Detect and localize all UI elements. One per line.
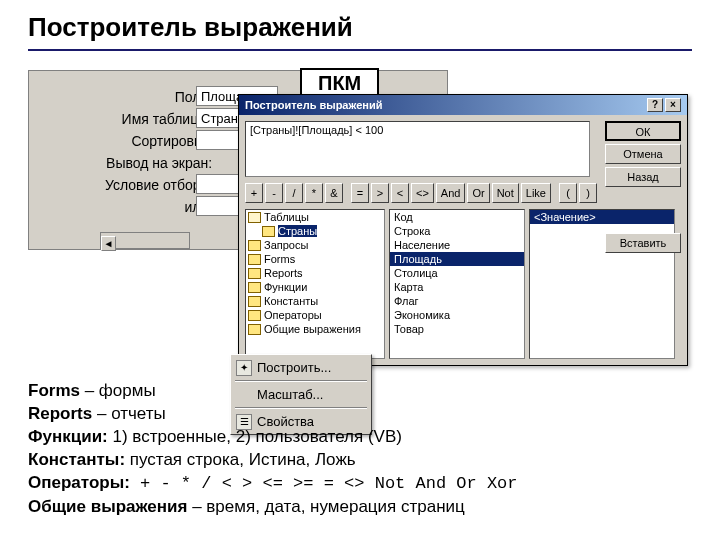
list-item[interactable]: Карта [390, 280, 524, 294]
op-plus[interactable]: + [245, 183, 263, 203]
op-mul[interactable]: * [305, 183, 323, 203]
tree-functions[interactable]: Функции [246, 280, 384, 294]
wand-icon: ✦ [236, 360, 252, 376]
dialog-titlebar[interactable]: Построитель выражений ? × [239, 95, 687, 115]
folder-icon [248, 296, 261, 307]
tree-forms[interactable]: Forms [246, 252, 384, 266]
op-div[interactable]: / [285, 183, 303, 203]
legend-text: Forms – формы Reports – отчеты Функции: … [28, 380, 518, 519]
op-and[interactable]: And [436, 183, 466, 203]
op-minus[interactable]: - [265, 183, 283, 203]
tree-common-expr[interactable]: Общие выражения [246, 322, 384, 336]
field-list[interactable]: Код Строка Население Площадь Столица Кар… [389, 209, 525, 359]
label-show: Вывод на экран: [105, 152, 212, 174]
scroll-left-icon[interactable]: ◄ [101, 236, 116, 251]
insert-button[interactable]: Вставить [605, 233, 681, 253]
folder-icon [262, 226, 275, 237]
close-icon[interactable]: × [665, 98, 681, 112]
op-lt[interactable]: < [391, 183, 409, 203]
op-eq[interactable]: = [351, 183, 369, 203]
tree-operators[interactable]: Операторы [246, 308, 384, 322]
category-tree[interactable]: Таблицы Страны Запросы Forms Reports Фун… [245, 209, 385, 359]
ok-button[interactable]: ОК [605, 121, 681, 141]
list-item[interactable]: Флаг [390, 294, 524, 308]
ctx-build[interactable]: ✦ Построить... [233, 357, 369, 378]
divider [28, 49, 692, 51]
folder-icon [248, 282, 261, 293]
op-gt[interactable]: > [371, 183, 389, 203]
back-button[interactable]: Назад [605, 167, 681, 187]
tree-constants[interactable]: Константы [246, 294, 384, 308]
op-lparen[interactable]: ( [559, 183, 577, 203]
folder-icon [248, 240, 261, 251]
tree-reports[interactable]: Reports [246, 266, 384, 280]
folder-icon [248, 268, 261, 279]
folder-icon [248, 310, 261, 321]
folder-open-icon [248, 212, 261, 223]
list-item[interactable]: Население [390, 238, 524, 252]
tree-queries[interactable]: Запросы [246, 238, 384, 252]
op-like[interactable]: Like [521, 183, 551, 203]
tree-tables[interactable]: Таблицы [246, 210, 384, 224]
expression-builder-dialog: Построитель выражений ? × [Страны]![Площ… [238, 94, 688, 366]
list-item[interactable]: Столица [390, 266, 524, 280]
dialog-title: Построитель выражений [245, 99, 382, 111]
list-item-selected[interactable]: Площадь [390, 252, 524, 266]
expression-textarea[interactable]: [Страны]![Площадь] < 100 [245, 121, 590, 177]
list-item[interactable]: Код [390, 210, 524, 224]
list-item[interactable]: Экономика [390, 308, 524, 322]
op-ne[interactable]: <> [411, 183, 434, 203]
op-not[interactable]: Not [492, 183, 519, 203]
op-rparen[interactable]: ) [579, 183, 597, 203]
list-item[interactable]: Товар [390, 322, 524, 336]
grid-hscroll[interactable]: ◄ [100, 232, 190, 249]
help-icon[interactable]: ? [647, 98, 663, 112]
op-or[interactable]: Or [467, 183, 489, 203]
folder-icon [248, 324, 261, 335]
page-title: Построитель выражений [28, 12, 720, 43]
cancel-button[interactable]: Отмена [605, 144, 681, 164]
folder-icon [248, 254, 261, 265]
list-item[interactable]: Строка [390, 224, 524, 238]
tree-countries[interactable]: Страны [246, 224, 384, 238]
op-amp[interactable]: & [325, 183, 343, 203]
